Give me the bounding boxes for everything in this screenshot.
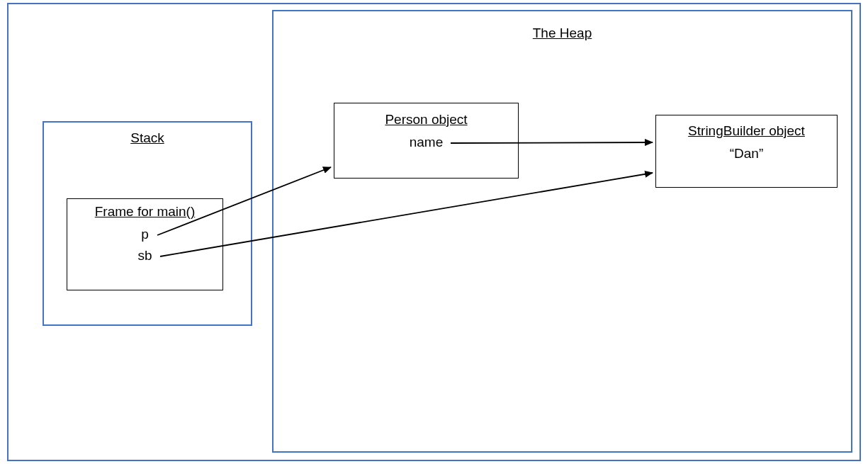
- stack-var-sb: sb: [67, 248, 223, 264]
- heap-stringbuilder-title: StringBuilder object: [655, 123, 838, 139]
- stack-var-p-text: p: [141, 227, 149, 242]
- stack-var-p: p: [67, 227, 223, 242]
- heap-person-title: Person object: [334, 112, 519, 128]
- stack-frame-title-text: Frame for main(): [95, 204, 195, 219]
- heap-stringbuilder-title-text: StringBuilder object: [688, 123, 805, 138]
- heap-stringbuilder-value: “Dan”: [655, 146, 838, 162]
- heap-region: [272, 10, 852, 453]
- heap-stringbuilder-value-text: “Dan”: [730, 146, 764, 161]
- heap-title: The Heap: [272, 26, 852, 41]
- stack-frame-title: Frame for main(): [67, 204, 223, 220]
- heap-person-field-name: name: [334, 135, 519, 150]
- stack-title: Stack: [43, 130, 252, 146]
- heap-person-title-text: Person object: [385, 112, 467, 127]
- heap-title-text: The Heap: [533, 26, 592, 40]
- heap-person-field-name-text: name: [410, 135, 444, 149]
- stack-var-sb-text: sb: [137, 248, 152, 263]
- stack-title-text: Stack: [130, 130, 164, 145]
